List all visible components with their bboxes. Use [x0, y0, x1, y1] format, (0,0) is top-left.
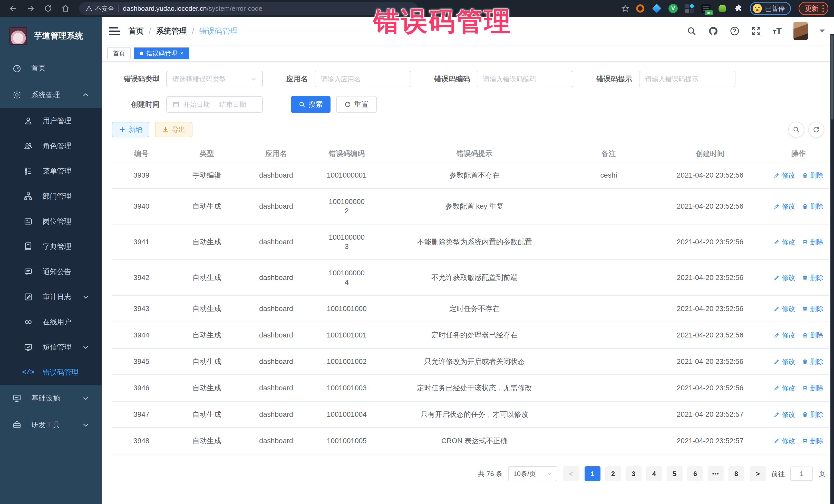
sidebar-item-announcement[interactable]: 通知公告 — [0, 259, 102, 284]
profile-paused-badge[interactable]: 已暂停 — [750, 2, 791, 15]
sidebar-item-dictionary-book[interactable]: 字典管理 — [0, 234, 102, 259]
edit-link[interactable]: 修改 — [774, 330, 795, 340]
sidebar-item-roles[interactable]: 角色管理 — [0, 133, 102, 159]
not-secure-warning[interactable]: 不安全 — [86, 4, 114, 13]
page-scrollbar[interactable] — [830, 34, 834, 504]
goto-page-suffix: 页 — [819, 469, 825, 478]
extension-blue-gem-icon[interactable] — [652, 4, 662, 13]
toggle-search-icon[interactable] — [788, 122, 804, 137]
breadcrumb-system[interactable]: 系统管理 — [156, 26, 187, 37]
help-icon[interactable] — [730, 26, 740, 36]
sidebar-item-gear[interactable]: 系统管理 — [0, 82, 102, 108]
tag-error-code-active[interactable]: 错误码管理 × — [134, 47, 189, 59]
sidebar-item-online-users[interactable]: 在线用户 — [0, 309, 102, 335]
page-button-4[interactable]: 4 — [646, 466, 662, 481]
page-button-5[interactable]: 5 — [667, 466, 683, 481]
header-search-icon[interactable] — [687, 26, 697, 36]
export-button[interactable]: 导出 — [155, 122, 193, 137]
breadcrumb-home[interactable]: 首页 — [128, 26, 144, 37]
sidebar-item-audit-log[interactable]: 审计日志 — [0, 284, 102, 309]
edit-pencil-icon — [774, 203, 780, 210]
delete-link[interactable]: 删除 — [802, 410, 824, 419]
user-menu-caret-icon[interactable] — [820, 29, 825, 32]
browser-reload-icon[interactable] — [41, 2, 56, 15]
edit-link[interactable]: 修改 — [774, 202, 795, 211]
tag-home[interactable]: 首页 — [107, 47, 131, 59]
browser-home-icon[interactable] — [58, 2, 73, 15]
extension-green-check-icon[interactable]: V — [668, 4, 678, 13]
edit-link[interactable]: 修改 — [774, 237, 795, 247]
page-button-1[interactable]: 1 — [585, 466, 600, 481]
address-bar[interactable]: 不安全 dashboard.yudao.iocoder.cn/system/er… — [79, 2, 418, 15]
delete-link[interactable]: 删除 — [802, 384, 824, 393]
sidebar-item-sms[interactable]: 短信管理 — [0, 335, 102, 360]
page-button-8[interactable]: 8 — [728, 466, 744, 481]
delete-link[interactable]: 删除 — [802, 237, 824, 247]
tag-close-icon[interactable]: × — [180, 50, 183, 57]
delete-link[interactable]: 删除 — [802, 171, 824, 180]
edit-link[interactable]: 修改 — [774, 171, 795, 180]
extension-switch-on-icon[interactable]: on — [701, 4, 711, 13]
error-type-select[interactable]: 请选择错误码类型 — [166, 71, 263, 87]
sidebar-item-label: 字典管理 — [43, 242, 102, 251]
edit-link[interactable]: 修改 — [774, 410, 795, 419]
extension-orange-ring-icon[interactable] — [635, 4, 645, 13]
delete-link[interactable]: 删除 — [802, 357, 824, 366]
app-logo-row[interactable]: 芋道管理系统 — [0, 17, 102, 55]
page-ellipsis-button[interactable]: ••• — [708, 466, 724, 481]
delete-link[interactable]: 删除 — [802, 436, 824, 445]
browser-update-button[interactable]: 更新 — [798, 2, 828, 15]
font-size-icon[interactable]: TT — [773, 26, 782, 36]
delete-link[interactable]: 删除 — [802, 273, 824, 282]
page-button-2[interactable]: 2 — [605, 466, 621, 481]
row-memo: ceshi — [565, 162, 652, 189]
bookmark-star-icon[interactable] — [618, 2, 633, 15]
edit-link[interactable]: 修改 — [774, 357, 795, 366]
sidebar-item-error-code[interactable]: </>错误码管理 — [0, 360, 102, 385]
browser-back-icon[interactable] — [6, 2, 21, 15]
fullscreen-icon[interactable] — [751, 26, 761, 36]
extensions-puzzle-icon[interactable] — [734, 4, 744, 13]
browser-forward-icon[interactable] — [23, 2, 38, 15]
sidebar-item-user[interactable]: 用户管理 — [0, 108, 102, 133]
sidebar-item-dashboard[interactable]: 首页 — [0, 55, 102, 82]
browser-menu-kebab-icon[interactable] — [822, 5, 824, 12]
sidebar-item-label: 研发工具 — [31, 420, 82, 430]
refresh-table-icon[interactable] — [808, 122, 824, 137]
edit-link[interactable]: 修改 — [774, 384, 795, 393]
delete-link[interactable]: 删除 — [802, 304, 824, 313]
sidebar-item-menu-list[interactable]: 菜单管理 — [0, 159, 102, 184]
breadcrumb-separator: / — [192, 27, 194, 36]
row-type: 自动生成 — [171, 428, 243, 454]
edit-link[interactable]: 修改 — [774, 436, 795, 445]
goto-page-input[interactable] — [790, 466, 813, 481]
sidebar-item-department-tree[interactable]: 部门管理 — [0, 184, 102, 209]
extension-green-key-icon[interactable] — [718, 4, 727, 13]
prev-page-button[interactable]: < — [563, 466, 579, 481]
next-page-button[interactable]: > — [750, 466, 766, 481]
page-button-6[interactable]: 6 — [687, 466, 703, 481]
scrollbar-thumb[interactable] — [831, 35, 833, 119]
sidebar-item-dev-tools[interactable]: 研发工具 — [0, 412, 102, 438]
sidebar-item-infrastructure[interactable]: 基础设施 — [0, 385, 102, 412]
sidebar-fold-icon[interactable] — [109, 25, 120, 37]
add-button[interactable]: 新增 — [112, 122, 149, 137]
user-avatar[interactable] — [793, 22, 808, 40]
delete-link[interactable]: 删除 — [802, 330, 824, 340]
delete-link[interactable]: 删除 — [802, 202, 824, 211]
error-code-input[interactable] — [483, 75, 567, 83]
edit-link[interactable]: 修改 — [774, 273, 795, 282]
error-msg-input[interactable] — [645, 75, 729, 83]
reset-button[interactable]: 重置 — [336, 96, 377, 113]
page-button-3[interactable]: 3 — [626, 466, 641, 481]
create-time-range-picker[interactable]: 开始日期 - 结束日期 — [166, 96, 263, 113]
github-icon[interactable] — [708, 26, 718, 36]
sidebar-item-post-badge[interactable]: 岗位管理 — [0, 209, 102, 234]
search-button[interactable]: 搜索 — [291, 96, 331, 113]
app-name-input[interactable] — [321, 75, 405, 83]
page-size-select[interactable]: 10条/页 — [508, 466, 557, 481]
edit-link[interactable]: 修改 — [774, 304, 795, 313]
extension-grid-icon[interactable] — [685, 4, 695, 13]
department-tree-icon — [23, 191, 34, 202]
error-code-field-wrap — [477, 71, 573, 87]
